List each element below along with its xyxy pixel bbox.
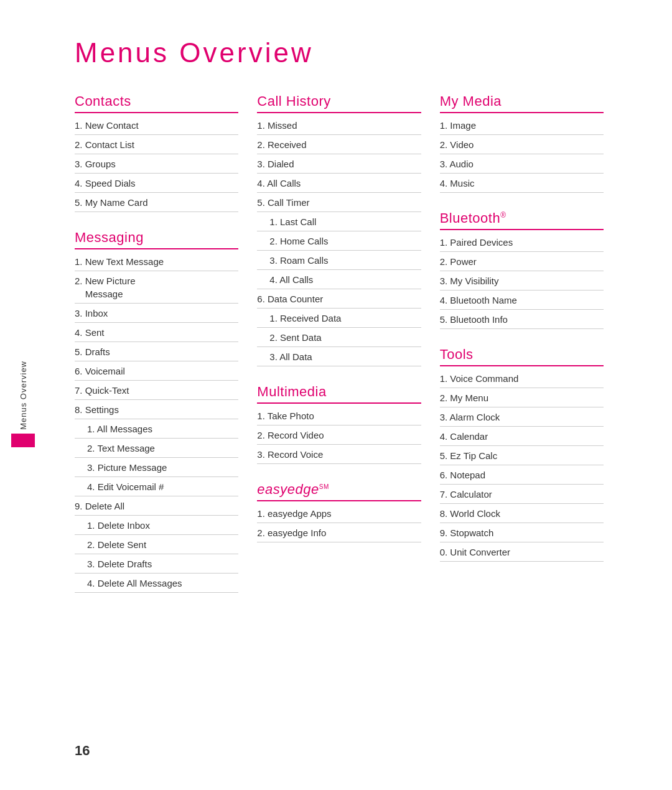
section-multimedia: Multimedia 1. Take Photo 2. Record Video… bbox=[257, 384, 421, 464]
side-label-text: Menus Overview bbox=[19, 361, 28, 430]
list-item: 1. New Text Message bbox=[75, 252, 238, 271]
list-item: 2. Sent Data bbox=[257, 328, 421, 347]
side-label-block bbox=[11, 434, 35, 447]
list-item: 4. Edit Voicemail # bbox=[75, 477, 238, 496]
list-item: 2. Contact List bbox=[75, 135, 238, 154]
list-item: 5. Bluetooth Info bbox=[440, 310, 604, 329]
list-item: 6. Notepad bbox=[440, 465, 604, 485]
section-tools: Tools 1. Voice Command 2. My Menu 3. Ala… bbox=[440, 346, 604, 562]
list-item: 2. Delete Sent bbox=[75, 535, 238, 554]
list-item: 7. Calculator bbox=[440, 485, 604, 504]
list-item: 3. My Visibility bbox=[440, 271, 604, 290]
list-item: 1. Received Data bbox=[257, 309, 421, 328]
list-item: 3. Delete Drafts bbox=[75, 554, 238, 574]
section-title-my-media: My Media bbox=[440, 93, 604, 113]
list-item: 1. Paired Devices bbox=[440, 233, 604, 252]
list-item: 6. Voicemail bbox=[75, 361, 238, 381]
section-title-multimedia: Multimedia bbox=[257, 384, 421, 404]
section-title-easyedge: easyedgeSM bbox=[257, 481, 421, 501]
list-item: 3. Alarm Clock bbox=[440, 407, 604, 427]
list-item: 4. Speed Dials bbox=[75, 174, 238, 193]
section-my-media: My Media 1. Image 2. Video 3. Audio 4. M… bbox=[440, 93, 604, 193]
list-item: 5. Ez Tip Calc bbox=[440, 446, 604, 465]
list-item: 5. My Name Card bbox=[75, 193, 238, 212]
list-item: 2. Power bbox=[440, 252, 604, 271]
list-item: 6. Data Counter bbox=[257, 289, 421, 309]
list-item: 1. Delete Inbox bbox=[75, 516, 238, 535]
columns-wrapper: Contacts 1. New Contact 2. Contact List … bbox=[75, 93, 622, 610]
list-item: 4. All Calls bbox=[257, 174, 421, 193]
section-contacts: Contacts 1. New Contact 2. Contact List … bbox=[75, 93, 238, 212]
list-item: 4. Delete All Messages bbox=[75, 574, 238, 593]
list-item: 3. Roam Calls bbox=[257, 251, 421, 270]
list-item: 4. Sent bbox=[75, 323, 238, 342]
list-item: 2. Home Calls bbox=[257, 231, 421, 251]
list-item: 4. Calendar bbox=[440, 427, 604, 446]
list-item: 2. New Picture Message bbox=[75, 271, 238, 304]
list-item: 0. Unit Converter bbox=[440, 542, 604, 562]
page-title: Menus Overview bbox=[75, 37, 622, 68]
list-item: 7. Quick-Text bbox=[75, 381, 238, 400]
page-number: 16 bbox=[75, 743, 90, 759]
section-title-messaging: Messaging bbox=[75, 230, 238, 249]
list-item: 8. World Clock bbox=[440, 504, 604, 523]
page: Menus Overview Menus Overview Contacts 1… bbox=[0, 0, 672, 790]
section-title-call-history: Call History bbox=[257, 93, 421, 113]
list-item: 3. All Data bbox=[257, 347, 421, 366]
list-item: 1. easyedge Apps bbox=[257, 504, 421, 523]
section-call-history: Call History 1. Missed 2. Received 3. Di… bbox=[257, 93, 421, 366]
list-item: 3. Dialed bbox=[257, 154, 421, 174]
list-item: 2. Video bbox=[440, 135, 604, 154]
list-item: 1. Voice Command bbox=[440, 369, 604, 388]
list-item: 1. All Messages bbox=[75, 419, 238, 439]
list-item: 3. Record Voice bbox=[257, 445, 421, 464]
list-item: 5. Call Timer bbox=[257, 193, 421, 212]
list-item: 8. Settings bbox=[75, 400, 238, 419]
column-2: Call History 1. Missed 2. Received 3. Di… bbox=[257, 93, 439, 610]
list-item: 1. Image bbox=[440, 116, 604, 135]
list-item: 2. Text Message bbox=[75, 439, 238, 458]
list-item: 1. New Contact bbox=[75, 116, 238, 135]
list-item: 3. Inbox bbox=[75, 304, 238, 323]
section-bluetooth: Bluetooth® 1. Paired Devices 2. Power 3.… bbox=[440, 210, 604, 329]
list-item: 2. Record Video bbox=[257, 425, 421, 445]
section-messaging: Messaging 1. New Text Message 2. New Pic… bbox=[75, 230, 238, 593]
list-item: 9. Stopwatch bbox=[440, 523, 604, 542]
list-item: 3. Groups bbox=[75, 154, 238, 174]
list-item: 3. Picture Message bbox=[75, 458, 238, 477]
list-item: 1. Take Photo bbox=[257, 406, 421, 425]
section-title-contacts: Contacts bbox=[75, 93, 238, 113]
section-easyedge: easyedgeSM 1. easyedge Apps 2. easyedge … bbox=[257, 481, 421, 542]
column-3: My Media 1. Image 2. Video 3. Audio 4. M… bbox=[440, 93, 622, 610]
list-item: 2. Received bbox=[257, 135, 421, 154]
list-item: 1. Missed bbox=[257, 116, 421, 135]
list-item: 9. Delete All bbox=[75, 496, 238, 516]
list-item: 2. My Menu bbox=[440, 388, 604, 407]
list-item: 2. easyedge Info bbox=[257, 523, 421, 542]
section-title-bluetooth: Bluetooth® bbox=[440, 210, 604, 230]
section-title-tools: Tools bbox=[440, 346, 604, 366]
list-item: 4. Music bbox=[440, 174, 604, 193]
list-item: 1. Last Call bbox=[257, 212, 421, 231]
side-label: Menus Overview bbox=[11, 361, 35, 447]
list-item: 3. Audio bbox=[440, 154, 604, 174]
list-item: 5. Drafts bbox=[75, 342, 238, 361]
list-item: 4. All Calls bbox=[257, 270, 421, 289]
list-item: 4. Bluetooth Name bbox=[440, 290, 604, 310]
column-1: Contacts 1. New Contact 2. Contact List … bbox=[75, 93, 257, 610]
